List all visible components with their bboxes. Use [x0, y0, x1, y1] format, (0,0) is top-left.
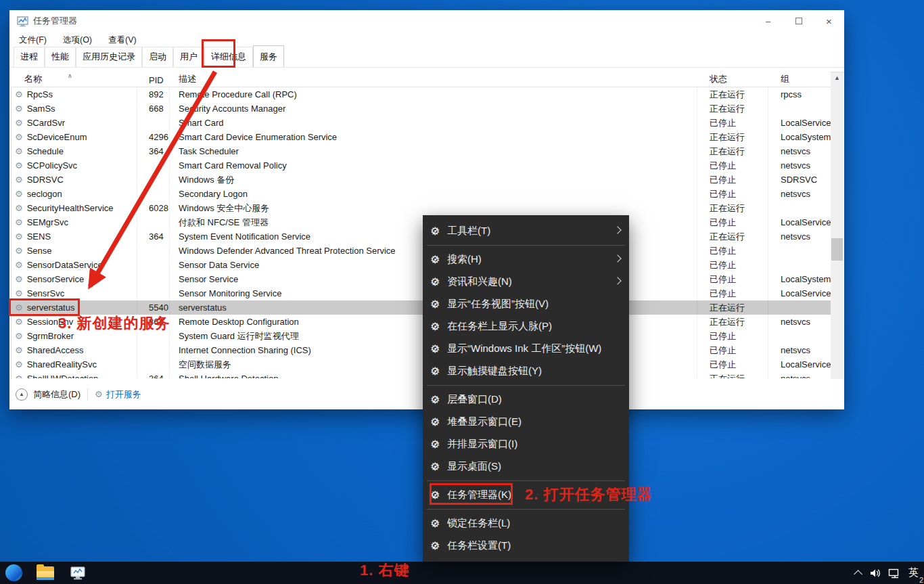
settings-gear-icon: ⚙ — [430, 455, 440, 478]
service-gear-icon: ⚙ — [15, 218, 23, 227]
service-gear-icon: ⚙ — [15, 275, 23, 284]
menu-options[interactable]: 选项(O) — [56, 32, 99, 48]
service-status-cell: 正在运行 — [697, 201, 768, 215]
context-menu-item[interactable]: ✓ ⚙ 显示桌面(S) — [423, 455, 629, 478]
settings-gear-icon: ⚙ — [430, 512, 440, 535]
scrollbar-thumb[interactable] — [831, 238, 843, 261]
service-status-cell: 已停止 — [697, 173, 768, 187]
column-header-desc[interactable]: 描述 — [169, 72, 697, 87]
context-menu-separator — [427, 480, 625, 481]
tab-processes[interactable]: 进程 — [14, 47, 45, 67]
network-icon[interactable] — [888, 568, 902, 579]
scroll-up-icon[interactable]: ▲ — [831, 72, 844, 83]
ime-indicator[interactable]: 英 — [908, 566, 919, 579]
settings-gear-icon: ⚙ — [430, 433, 440, 455]
column-divider — [768, 87, 768, 378]
context-menu-item[interactable]: ✓ ⚙ 显示“Windows Ink 工作区”按钮(W) — [423, 338, 629, 360]
context-menu-item[interactable]: ✓ ⚙ 层叠窗口(D) — [423, 388, 629, 411]
service-group-cell: netsvcs — [768, 229, 831, 244]
context-menu-item[interactable]: ✓ ⚙ 在任务栏上显示人脉(P) — [423, 315, 629, 338]
service-group-cell: netsvcs — [768, 144, 831, 158]
edge-icon[interactable] — [0, 562, 27, 584]
service-group-cell: SDRSVC — [768, 173, 831, 187]
column-divider — [697, 87, 697, 378]
service-gear-icon: ⚙ — [15, 90, 23, 99]
service-name-cell: ⚙SharedRealitySvc — [15, 357, 137, 372]
settings-gear-icon: ⚙ — [430, 293, 440, 315]
service-gear-icon: ⚙ — [15, 175, 23, 184]
context-menu-item[interactable]: ✓ ⚙ 工具栏(T) — [423, 220, 629, 242]
close-button[interactable]: × — [814, 10, 844, 32]
service-pid-cell — [137, 343, 169, 357]
context-menu-separator — [427, 509, 625, 510]
service-group-cell — [768, 329, 831, 343]
service-gear-icon: ⚙ — [15, 118, 23, 127]
task-manager-taskbar-icon[interactable] — [64, 562, 91, 584]
table-row[interactable]: ⚙SharedRealitySvc 空间数据服务 已停止 LocalServic… — [11, 357, 831, 372]
taskbar[interactable]: 英 2 — [0, 562, 924, 584]
service-status-cell: 已停止 — [697, 116, 768, 130]
service-status-cell: 已停止 — [697, 343, 768, 357]
annotation-arrow — [61, 64, 237, 308]
vertical-scrollbar[interactable]: ▲ ▼ — [831, 72, 844, 387]
service-status-cell: 已停止 — [697, 272, 768, 286]
annotation-step1: 1. 右键 — [360, 560, 409, 581]
service-gear-icon: ⚙ — [15, 104, 23, 113]
service-status-cell: 已停止 — [697, 187, 768, 201]
speaker-icon[interactable] — [869, 568, 881, 579]
service-status-cell: 已停止 — [697, 244, 768, 258]
service-group-cell: LocalService... — [768, 116, 831, 130]
title-bar[interactable]: 任务管理器 – × — [9, 10, 844, 32]
taskbar-context-menu: ✓ ⚙ 工具栏(T) ✓ ⚙ 搜索(H) ✓ ⚙ 资讯和兴趣(N) ✓ ⚙ 显示… — [423, 215, 629, 562]
context-menu-item[interactable]: ✓ ⚙ 并排显示窗口(I) — [423, 433, 629, 455]
service-group-cell: LocalSystem... — [768, 130, 831, 144]
task-manager-app-icon — [17, 16, 28, 27]
maximize-icon — [795, 18, 802, 24]
show-hidden-icons-icon[interactable] — [854, 570, 862, 579]
service-group-cell: netsvcs — [768, 372, 831, 378]
submenu-chevron-icon — [614, 254, 621, 262]
context-menu-item[interactable]: ✓ ⚙ 锁定任务栏(L) — [423, 512, 629, 535]
details-toggle-label[interactable]: 简略信息(D) — [33, 388, 80, 401]
maximize-button[interactable] — [783, 10, 814, 32]
collapse-details-button[interactable]: ▲ — [16, 388, 28, 401]
settings-gear-icon: ⚙ — [430, 388, 440, 411]
table-row[interactable]: ⚙ShellHWDetection 364 Shell Hardware Det… — [11, 372, 831, 378]
service-group-cell: netsvcs — [768, 343, 831, 357]
service-gear-icon: ⚙ — [15, 133, 23, 141]
service-group-cell — [768, 258, 831, 272]
service-status-cell: 正在运行 — [697, 102, 768, 116]
minimize-button[interactable]: – — [753, 10, 783, 32]
service-group-cell: netsvcs — [768, 315, 831, 329]
service-name-cell: ⚙ShellHWDetection — [15, 372, 137, 378]
service-group-cell: rpcss — [768, 87, 831, 102]
context-menu-item[interactable]: ✓ ⚙ 显示“任务视图”按钮(V) — [423, 293, 629, 315]
context-menu-item[interactable]: ✓ ⚙ 资讯和兴趣(N) — [423, 271, 629, 293]
context-menu-item[interactable]: ✓ ⚙ 搜索(H) — [423, 248, 629, 271]
service-gear-icon: ⚙ — [15, 317, 23, 326]
column-header-group[interactable]: 组 — [768, 72, 832, 87]
menu-view[interactable]: 查看(V) — [101, 32, 143, 48]
service-gear-icon: ⚙ — [15, 147, 23, 156]
system-tray: 英 — [854, 562, 924, 584]
service-status-cell: 正在运行 — [697, 315, 768, 329]
service-gear-icon: ⚙ — [15, 289, 23, 298]
open-services-link[interactable]: ⚙ 打开服务 — [95, 388, 141, 401]
service-status-cell: 正在运行 — [697, 229, 768, 244]
file-explorer-icon[interactable] — [32, 562, 59, 584]
menu-file[interactable]: 文件(F) — [12, 32, 53, 48]
context-menu-separator — [427, 385, 625, 386]
settings-gear-icon: ⚙ — [430, 248, 440, 271]
service-pid-cell — [137, 357, 169, 372]
context-menu-item[interactable]: ✓ ⚙ 显示触摸键盘按钮(Y) — [423, 360, 629, 382]
context-menu-item[interactable]: ✓ ⚙ 堆叠显示窗口(E) — [423, 411, 629, 433]
service-status-cell: 已停止 — [697, 357, 768, 372]
column-header-status[interactable]: 状态 — [697, 72, 768, 87]
table-row[interactable]: ⚙SharedAccess Internet Connection Sharin… — [11, 343, 831, 357]
clock-fragment[interactable]: 2 — [919, 576, 923, 584]
menu-bar: 文件(F) 选项(O) 查看(V) — [9, 32, 844, 48]
context-menu-item[interactable]: ✓ ⚙ 任务栏设置(T) — [423, 535, 629, 557]
service-desc-cell: Secondary Logon — [169, 187, 695, 201]
tab-services[interactable]: 服务 — [253, 45, 284, 67]
settings-gear-icon: ⚙ — [430, 360, 440, 382]
